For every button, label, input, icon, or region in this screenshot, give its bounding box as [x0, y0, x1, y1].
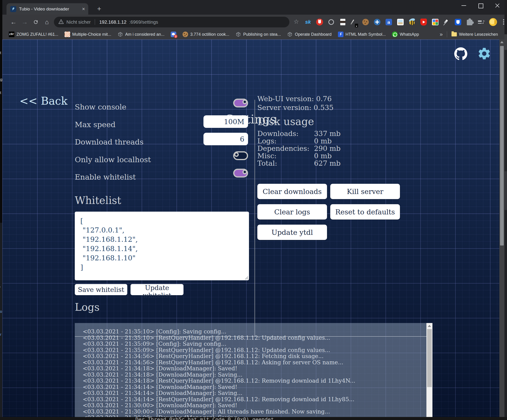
whitelist-textarea[interactable]: [ "127.0.0.1", "192.168.1.12", "192.168.… — [75, 212, 249, 280]
background-window-left-sliver: et ag et e P vo s or d — [0, 0, 2, 417]
folder-icon — [451, 32, 457, 36]
background-window-right-sliver — [504, 0, 507, 417]
bookmark-item[interactable]: Multiple-Choice mit... — [64, 32, 111, 37]
home-icon[interactable]: ⌂ — [43, 18, 51, 26]
extension-sk-icon[interactable]: sk — [304, 18, 312, 26]
back-link[interactable]: << Back — [20, 95, 68, 107]
extensions-puzzle-icon[interactable] — [466, 18, 473, 26]
bookmark-star-icon[interactable]: ☆ — [294, 18, 299, 25]
address-bar[interactable]: Nicht sicher 192.168.1.12:6969/settings — [54, 17, 289, 28]
not-secure-warning-icon — [58, 19, 64, 25]
logs-scrollbar[interactable] — [426, 323, 432, 417]
only-allow-localhost-label: Only allow localhost — [75, 155, 151, 164]
settings-gear-icon[interactable] — [477, 46, 492, 61]
bookmark-item[interactable]: z0r ZOMG ZUFALL! #61... — [9, 32, 58, 37]
extension-syringe-icon[interactable] — [443, 19, 450, 26]
bookmark-label: 3.774 octillion cook... — [190, 32, 229, 37]
log-lines: <03.03.2021 - 21:35:10> [Config]: Saving… — [83, 329, 423, 417]
other-bookmarks-folder[interactable]: Weitere Lesezeichen — [451, 32, 498, 37]
page-scrollbar-thumb[interactable] — [500, 46, 504, 246]
bookmark-item[interactable]: Am i considered an... — [118, 32, 164, 37]
extension-cookie-icon[interactable] — [362, 18, 369, 26]
only-allow-localhost-toggle[interactable] — [233, 151, 248, 160]
profile-avatar[interactable] — [489, 18, 497, 26]
extension-bee-icon[interactable] — [408, 18, 416, 26]
other-bookmarks-label: Weitere Lesezeichen — [459, 32, 498, 37]
browser-tab[interactable]: Tubio - Video downloader × — [7, 3, 88, 15]
disk-row-value: 290 mb — [314, 144, 340, 152]
save-whitelist-button[interactable]: Save whitelist — [75, 284, 127, 295]
bookmark-label: Publishing on stea... — [243, 32, 281, 37]
disk-row-label: Logs: — [257, 137, 277, 145]
bookmark-item[interactable]: Publishing on stea... — [235, 32, 281, 37]
url-path[interactable]: :6969/settings — [129, 20, 158, 25]
log-line: <03.03.2021 - 21:34:18> [DownloadManager… — [83, 365, 423, 372]
log-line: <03.03.2021 - 21:34:18> [RestQueryHandle… — [83, 378, 423, 384]
enable-whitelist-toggle[interactable] — [233, 169, 248, 178]
toggle-knob — [242, 170, 247, 174]
clear-logs-button[interactable]: Clear logs — [257, 204, 327, 220]
download-threads-label: Download threads — [75, 138, 144, 146]
update-whitelist-button[interactable]: Update whitelist — [131, 284, 183, 295]
new-tab-button[interactable]: + — [95, 5, 104, 14]
extension-plus-circle-icon[interactable] — [373, 18, 381, 26]
update-ytdl-button[interactable]: Update ytdl — [257, 225, 327, 240]
show-console-toggle[interactable] — [233, 99, 248, 107]
spiral-favicon-icon — [64, 32, 70, 37]
close-window-icon[interactable] — [493, 2, 501, 9]
extension-mask-document-icon[interactable] — [339, 18, 346, 26]
bookmarks-overflow-chevron[interactable]: » — [440, 31, 443, 38]
disk-row-value: 337 mb — [314, 130, 340, 138]
url-host[interactable]: 192.168.1.12 — [99, 20, 126, 25]
log-line: <03.03.2021 - 21:30:00> [DownloadManager… — [83, 409, 423, 415]
clipped-text: et — [0, 51, 1, 55]
download-threads-input[interactable] — [204, 133, 248, 145]
scroll-up-arrow-icon[interactable] — [500, 41, 504, 43]
kill-server-button[interactable]: Kill server — [330, 184, 400, 199]
extension-photos-icon[interactable] — [397, 18, 404, 26]
extension-ring-icon[interactable] — [327, 18, 335, 26]
disk-row-label: Misc: — [257, 152, 277, 160]
extension-google-icon[interactable] — [431, 18, 439, 26]
disk-row-label: Total: — [257, 159, 277, 167]
bookmark-label: WhatsApp — [400, 32, 419, 37]
tab-close-icon[interactable]: × — [82, 7, 85, 12]
max-speed-input[interactable] — [204, 115, 248, 128]
extension-bitwarden-icon[interactable] — [454, 18, 462, 26]
bookmark-label: HTML Math Symbol... — [345, 32, 386, 37]
maximize-icon[interactable] — [477, 2, 485, 9]
log-line: <03.03.2021 - 21:35:09> [RestQueryHandle… — [83, 347, 423, 353]
reload-icon[interactable] — [32, 18, 40, 26]
github-icon[interactable] — [454, 47, 467, 60]
bookmark-item[interactable]: 3 — [171, 32, 176, 37]
extension-stop-hand-icon[interactable] — [316, 18, 323, 26]
window-controls — [460, 1, 501, 10]
blue-badge-favicon-icon: 3 — [171, 32, 176, 37]
disk-row-value: 0 mb — [314, 137, 332, 145]
cube-favicon-icon — [287, 32, 293, 37]
security-label[interactable]: Nicht sicher — [66, 20, 91, 25]
cookie-favicon-icon — [183, 32, 188, 37]
scroll-up-arrow-icon[interactable] — [428, 325, 431, 327]
browser-toolbar: ← → ⌂ Nicht sicher 192.168.1.12:6969/set… — [2, 15, 504, 29]
minimize-icon[interactable] — [460, 2, 468, 9]
bookmark-item[interactable]: WhatsApp — [392, 32, 419, 37]
back-icon[interactable]: ← — [9, 18, 18, 26]
reset-to-defaults-button[interactable]: Reset to defaults — [330, 204, 400, 220]
cube-favicon-icon — [118, 32, 123, 37]
log-line: <03.03.2021 - 21:35:09> [Config]: Saving… — [83, 341, 423, 347]
extension-playlist-music-icon[interactable]: ♪ — [478, 18, 485, 26]
forward-icon[interactable]: → — [21, 18, 29, 26]
bookmark-item[interactable]: Operate Dashboard — [287, 32, 331, 37]
logs-scrollbar-thumb[interactable] — [427, 329, 432, 387]
extension-pen-icon[interactable] — [351, 19, 358, 26]
extension-shield-play-icon[interactable] — [420, 18, 427, 26]
clear-downloads-button[interactable]: Clear downloads — [257, 184, 327, 199]
bookmark-item[interactable]: HTML Math Symbol... — [338, 32, 386, 37]
page-scrollbar[interactable] — [499, 40, 504, 417]
bookmark-item[interactable]: 3.774 octillion cook... — [183, 32, 229, 37]
notification-badge: 3 — [174, 34, 177, 38]
extension-amazon-assistant-icon[interactable]: a — [385, 18, 393, 26]
log-line: <03.03.2021 - 21:30:00> [DownloadManager… — [83, 402, 423, 409]
omnibox-divider — [95, 19, 95, 25]
